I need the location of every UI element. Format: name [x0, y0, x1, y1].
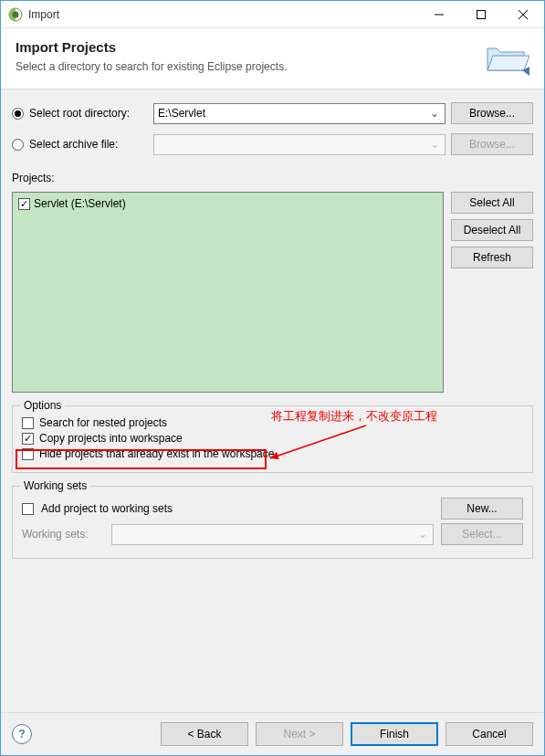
dialog-content: Select root directory: E:\Servlet ⌄ Brow… — [1, 89, 544, 712]
add-to-working-sets-label: Add project to working sets — [41, 502, 434, 515]
chevron-down-icon: ⌄ — [428, 138, 441, 151]
eclipse-icon — [8, 7, 23, 22]
close-icon — [519, 10, 528, 19]
hide-existing-checkbox[interactable] — [22, 448, 34, 460]
close-button[interactable] — [502, 1, 544, 28]
select-working-set-button: Select... — [441, 523, 523, 545]
svg-rect-3 — [477, 10, 486, 18]
chevron-down-icon: ⌄ — [428, 107, 441, 120]
root-directory-radio[interactable] — [12, 108, 24, 120]
add-to-working-sets-checkbox[interactable] — [22, 503, 34, 515]
archive-file-label: Select archive file: — [29, 138, 148, 151]
copy-into-workspace-label: Copy projects into workspace — [39, 432, 183, 445]
svg-point-1 — [13, 11, 19, 17]
chevron-down-icon: ⌄ — [416, 528, 429, 541]
header-title: Import Projects — [16, 39, 484, 55]
options-legend: Options — [20, 399, 65, 412]
refresh-button[interactable]: Refresh — [451, 247, 533, 268]
cancel-button[interactable]: Cancel — [445, 722, 533, 746]
root-directory-label: Select root directory: — [29, 107, 148, 120]
project-item-label: Servlet (E:\Servlet) — [34, 197, 126, 210]
window-title: Import — [28, 8, 418, 21]
copy-into-workspace-checkbox[interactable] — [22, 433, 34, 445]
maximize-icon — [477, 10, 486, 19]
back-button[interactable]: < Back — [161, 722, 248, 746]
options-group: Options Search for nested projects Copy … — [12, 405, 533, 473]
import-wizard-icon — [484, 39, 529, 76]
help-button[interactable]: ? — [12, 724, 32, 744]
working-sets-label: Working sets: — [22, 528, 104, 541]
dialog-header: Import Projects Select a directory to se… — [1, 28, 544, 89]
archive-file-input: ⌄ — [153, 134, 445, 155]
projects-label: Projects: — [12, 172, 533, 184]
projects-listbox[interactable]: Servlet (E:\Servlet) — [12, 192, 444, 393]
project-checkbox[interactable] — [18, 198, 30, 210]
next-button: Next > — [256, 722, 343, 746]
browse-archive-button: Browse... — [451, 133, 533, 155]
root-directory-input[interactable]: E:\Servlet ⌄ — [153, 103, 445, 124]
list-item[interactable]: Servlet (E:\Servlet) — [16, 196, 439, 211]
archive-file-radio[interactable] — [12, 139, 24, 151]
working-sets-group: Working sets Add project to working sets… — [12, 486, 533, 559]
hide-existing-label: Hide projects that already exist in the … — [39, 447, 274, 460]
deselect-all-button[interactable]: Deselect All — [451, 219, 533, 241]
dialog-footer: ? < Back Next > Finish Cancel — [1, 712, 544, 755]
help-icon: ? — [18, 728, 25, 740]
minimize-button[interactable] — [418, 1, 460, 28]
working-sets-dropdown: ⌄ — [111, 524, 434, 545]
import-dialog: Import Import Projects Select a director… — [0, 0, 545, 756]
minimize-icon — [435, 10, 444, 19]
search-nested-label: Search for nested projects — [39, 416, 167, 429]
titlebar: Import — [1, 1, 544, 28]
root-directory-value: E:\Servlet — [158, 107, 205, 120]
header-subtitle: Select a directory to search for existin… — [16, 60, 484, 73]
maximize-button[interactable] — [460, 1, 502, 28]
select-all-button[interactable]: Select All — [451, 192, 533, 214]
browse-root-button[interactable]: Browse... — [451, 102, 533, 124]
working-sets-legend: Working sets — [20, 479, 90, 492]
finish-button[interactable]: Finish — [351, 722, 438, 746]
search-nested-checkbox[interactable] — [22, 417, 34, 429]
new-working-set-button[interactable]: New... — [441, 498, 523, 520]
